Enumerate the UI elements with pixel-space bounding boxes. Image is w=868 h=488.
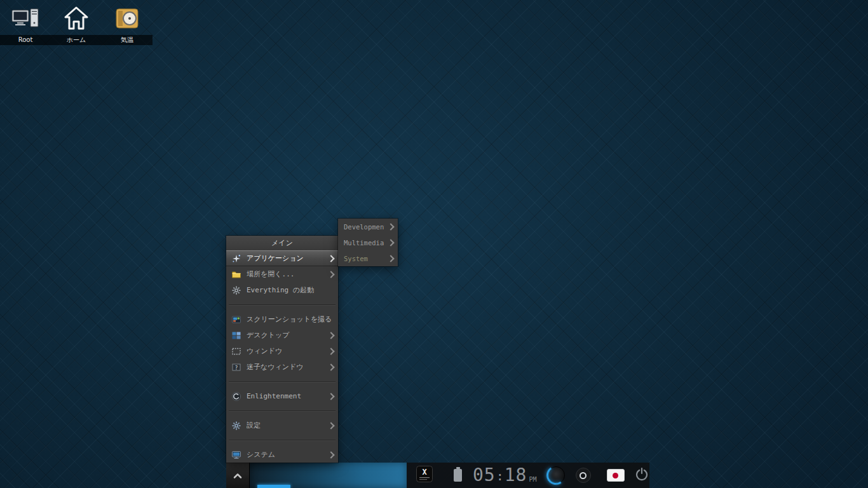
desktop-icon: [231, 330, 241, 341]
menu-item-system[interactable]: システム: [226, 447, 338, 463]
submenu-item-system[interactable]: System: [338, 250, 398, 266]
desktop-icon-root[interactable]: Root: [0, 5, 51, 45]
submenu-arrow-icon: [327, 332, 334, 339]
desktop-icon-label: Root: [0, 35, 51, 45]
menu-item-label: Enlightenment: [247, 392, 325, 400]
submenu-item-multimedia[interactable]: Multimedia: [338, 234, 398, 250]
desktop-icon-label: 気温: [102, 35, 153, 45]
menu-item-applications[interactable]: アプリケーション: [226, 250, 338, 266]
menu-title: メイン: [226, 236, 338, 250]
menu-item-open-places[interactable]: 場所を開く...: [226, 266, 338, 282]
submenu-item-development[interactable]: Development: [338, 219, 398, 234]
svg-text:?: ?: [235, 365, 238, 370]
terminal-launcher[interactable]: X: [416, 466, 433, 485]
submenu-arrow-icon: [327, 422, 334, 429]
submenu-arrow-icon: [327, 271, 334, 278]
desktop-icon-temperature[interactable]: 気温: [102, 5, 153, 45]
xterm-icon: X: [416, 466, 433, 485]
folder-icon: [231, 269, 241, 280]
window-icon: [231, 346, 241, 356]
power-button[interactable]: [634, 466, 649, 484]
clock-minutes: 18: [505, 467, 527, 484]
submenu-item-label: Multimedia: [344, 239, 384, 247]
submenu-arrow-icon: [327, 348, 334, 355]
power-icon: [634, 466, 649, 484]
battery-icon[interactable]: [454, 469, 462, 482]
menu-item-settings[interactable]: 設定: [226, 417, 338, 433]
shelf-gadget-area: X 05:18 PM: [407, 463, 649, 488]
cpufreq-knob-icon[interactable]: [576, 468, 591, 483]
submenu-arrow-icon: [387, 223, 394, 230]
menu-item-windows[interactable]: ウィンドウ: [226, 343, 338, 359]
menu-item-label: 迷子なウィンドウ: [247, 362, 325, 372]
menu-item-enlightenment[interactable]: Enlightenment: [226, 388, 338, 404]
submenu-arrow-icon: [327, 451, 334, 458]
menu-item-label: 場所を開く...: [247, 269, 325, 279]
menu-separator: [226, 404, 338, 417]
menu-item-label: ウィンドウ: [247, 346, 325, 356]
menu-separator: [226, 375, 338, 388]
menu-item-label: システム: [247, 450, 325, 459]
menu-separator: [226, 298, 338, 311]
shelf-autohide-button[interactable]: [226, 463, 250, 488]
applications-submenu: Development Multimedia System: [338, 219, 398, 266]
gear-icon: [231, 285, 241, 295]
desktop-icon-home[interactable]: ホーム: [51, 5, 102, 45]
settings-gear-icon: [231, 421, 241, 431]
menu-item-label: デスクトップ: [247, 330, 325, 340]
menu-item-label: アプリケーション: [247, 254, 325, 263]
pager-window-rect[interactable]: [257, 485, 290, 488]
clock-separator: :: [496, 468, 504, 484]
clock-period: PM: [529, 476, 536, 484]
submenu-item-label: Development: [344, 223, 384, 231]
menu-item-desktop[interactable]: デスクトップ: [226, 327, 338, 343]
submenu-arrow-icon: [327, 255, 334, 262]
menu-item-run-everything[interactable]: Everything の起動: [226, 282, 338, 298]
menu-separator: [226, 433, 338, 447]
submenu-arrow-icon: [387, 239, 394, 246]
clock-gadget[interactable]: 05:18 PM: [473, 467, 537, 484]
home-icon: [51, 5, 102, 32]
mixer-knob-icon[interactable]: [547, 466, 565, 484]
screenshot-icon: [231, 315, 241, 325]
applications-icon: [231, 254, 241, 264]
system-monitor-icon: [231, 450, 241, 460]
enlightenment-icon: [231, 391, 241, 402]
menu-item-lost-windows[interactable]: ? 迷子なウィンドウ: [226, 359, 338, 375]
lost-window-icon: ?: [231, 362, 241, 372]
submenu-arrow-icon: [327, 393, 334, 400]
pager-gadget[interactable]: [250, 463, 407, 488]
menu-item-take-screenshot[interactable]: スクリーンショットを撮る: [226, 311, 338, 327]
submenu-arrow-icon: [327, 363, 334, 370]
submenu-arrow-icon: [387, 255, 394, 262]
main-menu: メイン アプリケーション 場所を開く...: [226, 236, 338, 463]
svg-text:X: X: [422, 468, 427, 477]
menu-item-label: スクリーンショットを撮る: [247, 315, 334, 324]
keyboard-layout-japan-flag-icon[interactable]: [607, 469, 625, 482]
submenu-item-label: System: [344, 255, 384, 262]
menu-item-label: 設定: [247, 421, 325, 430]
menu-item-label: Everything の起動: [247, 285, 334, 295]
computer-icon: [0, 5, 51, 32]
desktop-icon-label: ホーム: [51, 35, 102, 45]
chevron-up-icon: [233, 470, 242, 482]
clock-gadget-icon: [102, 5, 153, 32]
shelf: X 05:18 PM: [226, 463, 644, 488]
clock-hours: 05: [473, 467, 496, 484]
